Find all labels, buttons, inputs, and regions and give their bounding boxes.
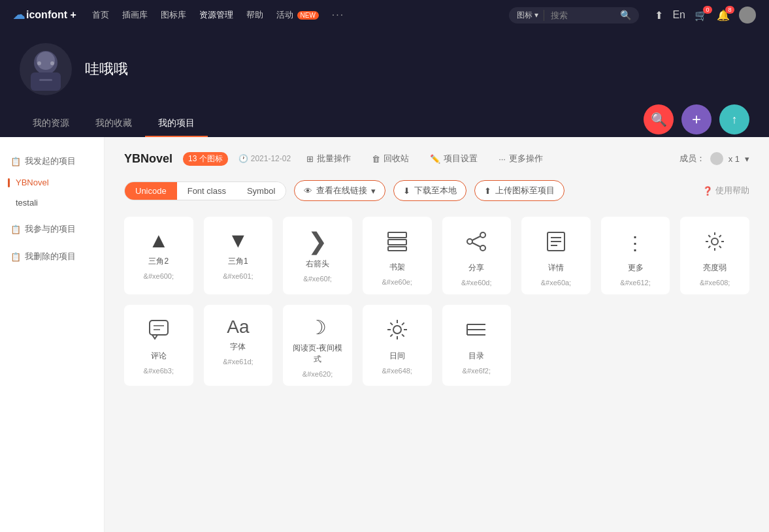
user-avatar[interactable] xyxy=(739,7,756,23)
icon-name-more: 更多 xyxy=(628,262,644,274)
activity-badge: NEW xyxy=(297,11,319,20)
icon-item-nightmode[interactable]: ☽ 阅读页-夜间模式 &#xe620; xyxy=(283,305,352,386)
tab-fontclass[interactable]: Font class xyxy=(177,182,237,200)
svg-point-2 xyxy=(37,52,55,70)
sidebar-initiated-title[interactable]: 📋 我发起的项目 xyxy=(0,150,104,172)
search-type[interactable]: 图标 ▾ xyxy=(517,10,544,21)
search-icon[interactable]: 🔍 xyxy=(620,10,631,20)
help-btn[interactable]: ❓ 使用帮助 xyxy=(702,185,749,196)
icon-name-daymode: 日间 xyxy=(389,351,405,362)
nav-help[interactable]: 帮助 xyxy=(246,9,263,21)
icon-item-daymode[interactable]: 日间 &#xe648; xyxy=(363,305,432,386)
trash-label: 回收站 xyxy=(384,153,409,164)
main-layout: 📋 我发起的项目 YBNovel testali 📋 我参与的项目 📋 我删除的… xyxy=(0,137,769,532)
icon-name-font: 字体 xyxy=(230,341,246,352)
icon-item-detail[interactable]: 详情 &#xe60a; xyxy=(521,217,591,294)
upload-to-project-btn[interactable]: ⬆ 上传图标至项目 xyxy=(474,180,564,201)
members-info: 成员： x 1 ▾ xyxy=(679,152,749,165)
tab-my-projects[interactable]: 我的项目 xyxy=(145,111,208,137)
sidebar-item-testali-label: testali xyxy=(16,198,38,208)
notification-btn[interactable]: 🔔 8 xyxy=(717,9,730,22)
language-btn[interactable]: En xyxy=(672,9,685,21)
sidebar-section-deleted: 📋 我删除的项目 xyxy=(0,245,104,268)
settings-btn[interactable]: ✏️ 项目设置 xyxy=(425,150,483,167)
upload-btn[interactable]: ⬆ xyxy=(655,9,663,22)
icon-name-bookshelf: 书架 xyxy=(389,262,405,273)
icon-item-more[interactable]: ⋮ 更多 &#xe612; xyxy=(601,217,670,294)
download-btn[interactable]: ⬇ 下载至本地 xyxy=(393,180,466,201)
icon-item-triangle2[interactable]: ▲ 三角2 &#xe600; xyxy=(124,217,193,294)
icon-item-bookshelf[interactable]: 书架 &#xe60e; xyxy=(363,217,432,294)
eye-icon: 👁 xyxy=(304,186,312,196)
sidebar-participated-title[interactable]: 📋 我参与的项目 xyxy=(0,218,104,240)
sidebar-participated-label: 我参与的项目 xyxy=(25,223,76,235)
float-search-btn[interactable]: 🔍 xyxy=(644,104,674,134)
svg-line-13 xyxy=(472,243,480,247)
svg-point-30 xyxy=(393,326,401,334)
icon-item-arrow-right[interactable]: ❯ 右箭头 &#xe60f; xyxy=(283,217,352,294)
nav-activity[interactable]: 活动 NEW xyxy=(276,9,319,21)
icon-name-brightness: 亮度弱 xyxy=(703,262,727,274)
tab-unicode[interactable]: Unicode xyxy=(125,182,177,200)
search-input[interactable] xyxy=(551,10,616,20)
member-avatar xyxy=(710,152,723,165)
icon-item-toc[interactable]: 目录 &#xe6f2; xyxy=(442,305,512,386)
icon-item-share[interactable]: 分享 &#xe60d; xyxy=(442,217,512,294)
icon-code-triangle2: &#xe600; xyxy=(144,272,174,280)
search-bar[interactable]: 图标 ▾ 🔍 xyxy=(509,7,639,23)
batch-icon: ⊞ xyxy=(306,154,314,164)
tab-symbol[interactable]: Symbol xyxy=(237,182,286,200)
nav-icons[interactable]: 图标库 xyxy=(161,9,186,21)
icon-glyph-font: Aa xyxy=(227,318,249,336)
icon-name-comment: 评论 xyxy=(151,351,167,362)
project-date: 🕐 2021-12-02 xyxy=(238,154,291,163)
icon-item-font[interactable]: Aa 字体 &#xe61d; xyxy=(204,305,273,386)
nav-home[interactable]: 首页 xyxy=(92,9,109,21)
icon-item-brightness[interactable]: 亮度弱 &#xe608; xyxy=(680,217,749,294)
svg-line-26 xyxy=(708,246,710,248)
logo[interactable]: ☁ iconfont + xyxy=(13,8,76,22)
batch-action-btn[interactable]: ⊞ 批量操作 xyxy=(301,150,356,167)
tab-my-resources[interactable]: 我的资源 xyxy=(20,111,82,137)
tab-my-collection[interactable]: 我的收藏 xyxy=(82,111,145,137)
batch-label: 批量操作 xyxy=(317,153,351,164)
members-expand-icon[interactable]: ▾ xyxy=(745,154,749,164)
float-upload-btn[interactable]: ↑ xyxy=(719,104,749,134)
cart-btn[interactable]: 🛒 0 xyxy=(695,9,708,22)
svg-line-37 xyxy=(402,322,404,325)
icon-item-comment[interactable]: 评论 &#xe6b3; xyxy=(124,305,193,386)
view-link-btn[interactable]: 👁 查看在线链接 ▾ xyxy=(294,180,385,201)
sidebar-item-testali[interactable]: testali xyxy=(0,193,104,213)
icon-name-nightmode: 阅读页-夜间模式 xyxy=(289,343,346,365)
svg-line-23 xyxy=(708,235,710,237)
more-actions-btn[interactable]: ··· 更多操作 xyxy=(493,150,548,167)
sidebar-item-ybnovel[interactable]: YBNovel xyxy=(0,172,104,193)
nav-resources[interactable]: 资源管理 xyxy=(199,9,233,21)
clock-icon: 🕐 xyxy=(238,154,248,163)
icon-name-detail: 详情 xyxy=(548,262,564,274)
svg-line-38 xyxy=(390,334,393,337)
icon-item-triangle1[interactable]: ▼ 三角1 &#xe601; xyxy=(204,217,273,294)
icon-glyph-triangle1: ▼ xyxy=(228,230,249,251)
sidebar-deleted-title[interactable]: 📋 我删除的项目 xyxy=(0,245,104,268)
sidebar-participated-icon: 📋 xyxy=(10,225,21,234)
project-header: YBNovel 13 个图标 🕐 2021-12-02 ⊞ 批量操作 🗑 回收站… xyxy=(124,150,749,167)
icon-code-brightness: &#xe608; xyxy=(700,279,730,287)
trash-btn[interactable]: 🗑 回收站 xyxy=(367,150,414,167)
sidebar-initiated-icon: 📋 xyxy=(10,157,21,166)
top-navigation: ☁ iconfont + 首页 插画库 图标库 资源管理 帮助 活动 NEW ·… xyxy=(0,0,769,30)
svg-point-10 xyxy=(467,239,472,244)
svg-line-36 xyxy=(402,334,404,337)
nav-actions: ⬆ En 🛒 0 🔔 8 xyxy=(655,7,756,23)
cart-badge: 0 xyxy=(703,6,712,14)
profile-name: 哇哦哦 xyxy=(85,59,128,79)
members-count: x 1 xyxy=(728,154,740,164)
nav-illustration[interactable]: 插画库 xyxy=(122,9,148,21)
float-add-btn[interactable]: + xyxy=(681,104,712,134)
sidebar-deleted-icon: 📋 xyxy=(10,252,21,262)
profile-top: 哇哦哦 xyxy=(20,43,749,106)
profile-tabs: 我的资源 我的收藏 我的项目 xyxy=(20,111,749,137)
icon-glyph-triangle2: ▲ xyxy=(148,230,169,251)
download-icon: ⬇ xyxy=(403,186,410,196)
nav-more[interactable]: ··· xyxy=(332,9,344,21)
